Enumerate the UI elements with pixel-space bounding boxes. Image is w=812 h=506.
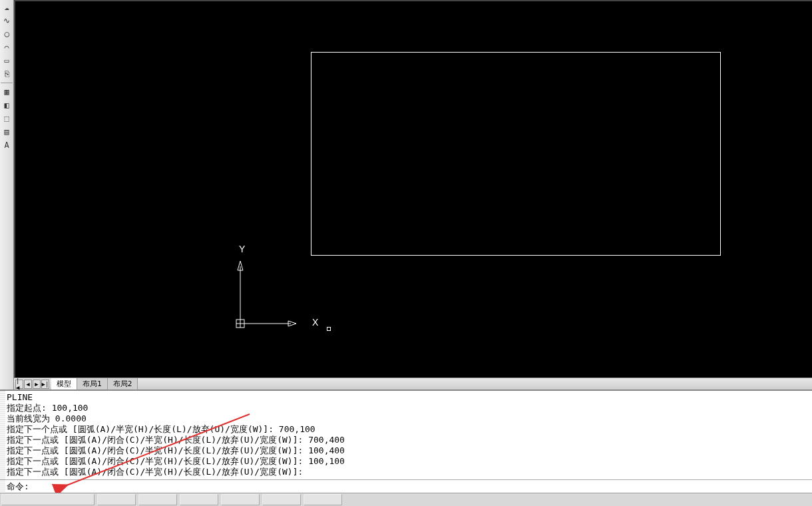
layout-tab-1[interactable]: 布局1: [77, 378, 108, 389]
command-line: 命令:: [0, 479, 812, 493]
drawn-rectangle[interactable]: [311, 52, 721, 256]
tool-table[interactable]: ▤: [1, 126, 13, 138]
command-input[interactable]: [29, 481, 812, 491]
tab-nav-0[interactable]: |◀: [15, 380, 23, 389]
tab-nav-2[interactable]: ▶: [33, 380, 41, 389]
workspace: ☁∿◯⌒▭⎘▦◧⬚▤A: [0, 0, 812, 389]
toolbar-separator: [1, 83, 13, 83]
status-cell[interactable]: [304, 494, 342, 505]
pickbox-cursor: [327, 327, 331, 331]
grip-handle[interactable]: [0, 391, 5, 493]
tool-hatch[interactable]: ▦: [1, 86, 13, 98]
status-cell[interactable]: [180, 494, 218, 505]
status-bar: [0, 493, 812, 506]
status-cell[interactable]: [138, 494, 177, 505]
layout-tabs: 模型布局1布局2: [51, 378, 138, 389]
tool-block[interactable]: ▭: [1, 55, 13, 67]
command-window: PLINE 指定起点: 100,100 当前线宽为 0.0000 指定下一个点或…: [0, 389, 812, 493]
tool-insert[interactable]: ⎘: [1, 68, 13, 80]
layout-tab-2[interactable]: 布局2: [108, 378, 138, 389]
canvas-wrap: Y X |◀◀▶▶| 模型布局1布局2: [14, 0, 812, 389]
drawing-canvas[interactable]: Y X: [14, 0, 812, 378]
status-cell: [1, 494, 95, 505]
tab-nav-buttons: |◀◀▶▶|: [14, 378, 51, 389]
svg-marker-6: [288, 321, 296, 326]
status-cell[interactable]: [262, 494, 301, 505]
status-cell[interactable]: [221, 494, 260, 505]
tool-spline[interactable]: ∿: [1, 15, 13, 27]
status-cell[interactable]: [97, 494, 136, 505]
svg-rect-0: [236, 320, 244, 328]
tool-ellipse[interactable]: ◯: [1, 28, 13, 40]
ucs-y-label: Y: [239, 244, 245, 254]
svg-marker-4: [238, 261, 243, 270]
command-prompt: 命令:: [7, 481, 29, 492]
tool-region[interactable]: ⬚: [1, 113, 13, 125]
tab-nav-1[interactable]: ◀: [24, 380, 32, 389]
ucs-x-label: X: [312, 317, 318, 328]
tool-gradient[interactable]: ◧: [1, 99, 13, 111]
tool-arc[interactable]: ⌒: [1, 41, 13, 53]
tool-text[interactable]: A: [1, 139, 13, 151]
layout-tabs-bar: |◀◀▶▶| 模型布局1布局2: [14, 378, 812, 389]
layout-tab-0[interactable]: 模型: [51, 378, 77, 389]
tool-cloud[interactable]: ☁: [1, 1, 13, 13]
app-root: ☁∿◯⌒▭⎘▦◧⬚▤A: [0, 0, 812, 506]
command-history[interactable]: PLINE 指定起点: 100,100 当前线宽为 0.0000 指定下一个点或…: [0, 391, 812, 479]
draw-toolbar: ☁∿◯⌒▭⎘▦◧⬚▤A: [0, 0, 14, 389]
tab-nav-3[interactable]: ▶|: [41, 380, 49, 389]
